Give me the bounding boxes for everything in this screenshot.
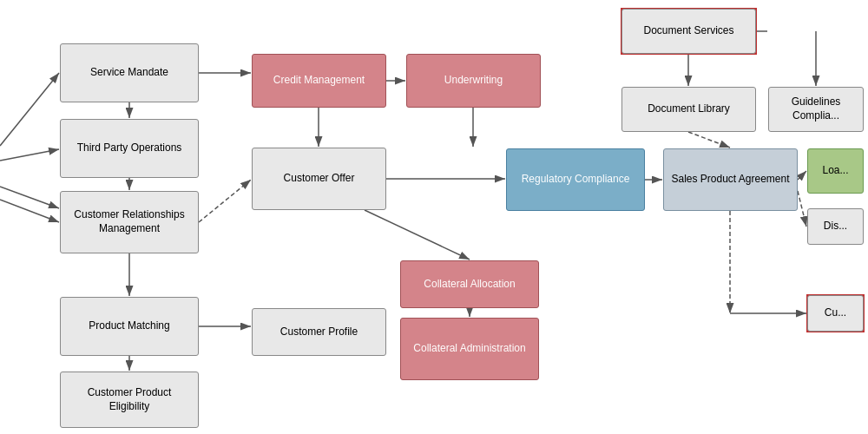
third-party-ops-label: Third Party Operations: [77, 141, 182, 155]
collateral-admin-box: Collateral Administration: [400, 318, 539, 380]
arrow-in-crm1: [0, 187, 59, 208]
arrow-spa-loan: [798, 171, 806, 180]
cpe-label: Customer Product Eligibility: [68, 386, 191, 413]
reg-compliance-label: Regulatory Compliance: [522, 173, 630, 187]
cu-label: Cu...: [825, 306, 846, 320]
arrow-in-sm: [0, 73, 59, 146]
dis-box: Dis...: [807, 208, 864, 245]
doc-library-label: Document Library: [648, 102, 730, 116]
doc-services-label: Document Services: [643, 24, 733, 38]
service-mandate-box: Service Mandate: [60, 43, 199, 102]
arrow-in-crm2: [0, 200, 59, 222]
loan-label: Loa...: [822, 164, 848, 178]
product-matching-box: Product Matching: [60, 297, 199, 356]
underwriting-label: Underwriting: [444, 74, 503, 88]
doc-library-box: Document Library: [621, 87, 756, 132]
arrow-co-ca: [365, 210, 470, 260]
collateral-alloc-label: Collateral Allocation: [424, 278, 515, 292]
arrow-crm-co: [199, 180, 251, 222]
arrow-dl-spa: [688, 132, 730, 148]
cpe-box: Customer Product Eligibility: [60, 372, 199, 428]
credit-mgmt-box: Credit Management: [252, 54, 386, 108]
guidelines-comp-box: Guidelines Complia...: [768, 87, 864, 132]
sales-product-agree-box: Sales Product Agreement: [663, 148, 798, 211]
arrow-in-tpo: [0, 149, 59, 161]
diagram-container: Service Mandate Third Party Operations C…: [0, 0, 868, 434]
crm-box: Customer Relationships Management: [60, 191, 199, 253]
loan-box: Loa...: [807, 148, 864, 194]
doc-services-box: Document Services: [621, 9, 756, 54]
product-matching-label: Product Matching: [89, 319, 169, 333]
service-mandate-label: Service Mandate: [90, 66, 168, 80]
guidelines-comp-label: Guidelines Complia...: [776, 95, 856, 122]
credit-mgmt-label: Credit Management: [273, 74, 365, 88]
reg-compliance-box: Regulatory Compliance: [506, 148, 645, 211]
third-party-ops-box: Third Party Operations: [60, 119, 199, 178]
customer-profile-box: Customer Profile: [252, 308, 386, 356]
cu-box: Cu...: [807, 295, 864, 332]
arrow-spa-dis: [798, 191, 806, 227]
sales-product-agree-label: Sales Product Agreement: [671, 173, 789, 187]
dis-label: Dis...: [824, 220, 847, 233]
collateral-admin-label: Collateral Administration: [413, 342, 525, 356]
customer-offer-label: Customer Offer: [284, 172, 355, 186]
crm-label: Customer Relationships Management: [68, 208, 191, 235]
customer-profile-label: Customer Profile: [280, 326, 358, 339]
customer-offer-box: Customer Offer: [252, 148, 386, 210]
underwriting-box: Underwriting: [406, 54, 541, 108]
collateral-alloc-box: Collateral Allocation: [400, 260, 539, 308]
